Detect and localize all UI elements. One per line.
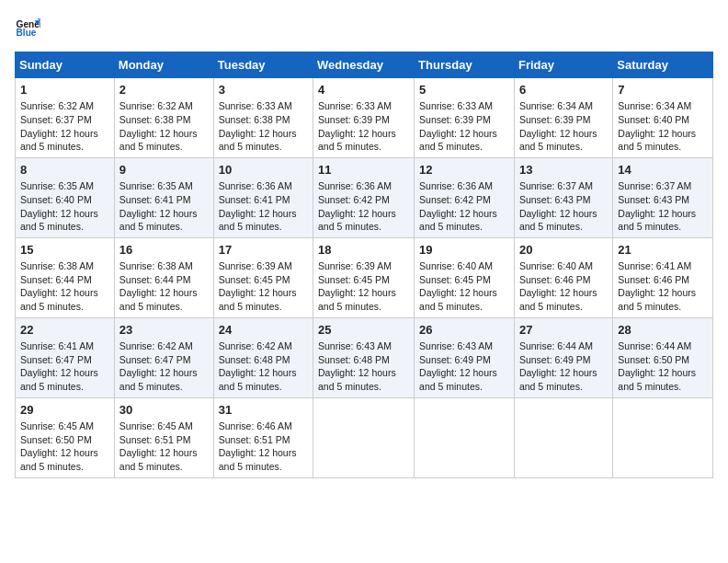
calendar-body: 1Sunrise: 6:32 AMSunset: 6:37 PMDaylight… bbox=[16, 78, 713, 478]
day-info: Sunrise: 6:39 AMSunset: 6:45 PMDaylight:… bbox=[219, 259, 308, 314]
day-info: Sunrise: 6:33 AMSunset: 6:38 PMDaylight:… bbox=[219, 99, 308, 154]
day-number: 18 bbox=[318, 242, 409, 259]
day-number: 5 bbox=[419, 82, 509, 98]
calendar-day-cell: 6Sunrise: 6:34 AMSunset: 6:39 PMDaylight… bbox=[514, 78, 612, 158]
calendar-day-cell: 2Sunrise: 6:32 AMSunset: 6:38 PMDaylight… bbox=[114, 78, 213, 158]
day-info: Sunrise: 6:35 AMSunset: 6:41 PMDaylight:… bbox=[119, 179, 209, 234]
day-number: 9 bbox=[119, 162, 209, 178]
day-info: Sunrise: 6:34 AMSunset: 6:39 PMDaylight:… bbox=[519, 99, 608, 154]
weekday-header-cell: Monday bbox=[114, 52, 213, 78]
day-info: Sunrise: 6:40 AMSunset: 6:46 PMDaylight:… bbox=[519, 259, 608, 314]
day-info: Sunrise: 6:38 AMSunset: 6:44 PMDaylight:… bbox=[20, 259, 109, 314]
calendar-day-cell: 14Sunrise: 6:37 AMSunset: 6:43 PMDayligh… bbox=[613, 157, 713, 237]
calendar-day-cell: 7Sunrise: 6:34 AMSunset: 6:40 PMDaylight… bbox=[613, 78, 713, 158]
day-number: 3 bbox=[219, 82, 308, 98]
day-info: Sunrise: 6:37 AMSunset: 6:43 PMDaylight:… bbox=[519, 179, 608, 234]
day-number: 6 bbox=[519, 82, 608, 98]
day-number: 22 bbox=[20, 322, 109, 339]
calendar-day-cell: 9Sunrise: 6:35 AMSunset: 6:41 PMDaylight… bbox=[114, 157, 213, 237]
calendar-day-cell: 23Sunrise: 6:42 AMSunset: 6:47 PMDayligh… bbox=[114, 317, 213, 397]
calendar-day-cell bbox=[514, 397, 612, 477]
day-number: 8 bbox=[20, 162, 109, 178]
calendar-day-cell: 11Sunrise: 6:36 AMSunset: 6:42 PMDayligh… bbox=[313, 157, 415, 237]
day-number: 29 bbox=[20, 402, 109, 419]
calendar-day-cell: 26Sunrise: 6:43 AMSunset: 6:49 PMDayligh… bbox=[415, 317, 515, 397]
day-number: 14 bbox=[618, 162, 708, 178]
calendar-day-cell: 16Sunrise: 6:38 AMSunset: 6:44 PMDayligh… bbox=[114, 237, 213, 317]
day-number: 25 bbox=[318, 322, 409, 339]
day-info: Sunrise: 6:41 AMSunset: 6:47 PMDaylight:… bbox=[20, 339, 109, 394]
day-number: 7 bbox=[618, 82, 708, 98]
calendar-day-cell bbox=[415, 397, 515, 477]
day-number: 12 bbox=[419, 162, 509, 178]
day-number: 23 bbox=[119, 322, 209, 339]
day-info: Sunrise: 6:36 AMSunset: 6:41 PMDaylight:… bbox=[219, 179, 308, 234]
logo: General Blue bbox=[15, 15, 46, 40]
logo-icon: General Blue bbox=[15, 15, 40, 40]
day-number: 2 bbox=[119, 82, 209, 98]
day-info: Sunrise: 6:43 AMSunset: 6:49 PMDaylight:… bbox=[419, 339, 509, 394]
day-info: Sunrise: 6:45 AMSunset: 6:51 PMDaylight:… bbox=[119, 419, 209, 474]
weekday-header-cell: Friday bbox=[514, 52, 612, 78]
calendar-day-cell bbox=[313, 397, 415, 477]
day-number: 28 bbox=[618, 322, 708, 339]
weekday-header-row: SundayMondayTuesdayWednesdayThursdayFrid… bbox=[16, 52, 713, 78]
day-number: 13 bbox=[519, 162, 608, 178]
calendar-day-cell: 17Sunrise: 6:39 AMSunset: 6:45 PMDayligh… bbox=[213, 237, 313, 317]
calendar-week-row: 15Sunrise: 6:38 AMSunset: 6:44 PMDayligh… bbox=[16, 237, 713, 317]
day-info: Sunrise: 6:44 AMSunset: 6:49 PMDaylight:… bbox=[519, 339, 608, 394]
weekday-header-cell: Tuesday bbox=[213, 52, 313, 78]
calendar-week-row: 1Sunrise: 6:32 AMSunset: 6:37 PMDaylight… bbox=[16, 78, 713, 158]
day-info: Sunrise: 6:45 AMSunset: 6:50 PMDaylight:… bbox=[20, 419, 109, 474]
calendar-day-cell: 19Sunrise: 6:40 AMSunset: 6:45 PMDayligh… bbox=[415, 237, 515, 317]
day-info: Sunrise: 6:32 AMSunset: 6:38 PMDaylight:… bbox=[119, 99, 209, 154]
day-number: 4 bbox=[318, 82, 409, 98]
calendar-day-cell: 29Sunrise: 6:45 AMSunset: 6:50 PMDayligh… bbox=[16, 397, 115, 477]
day-info: Sunrise: 6:36 AMSunset: 6:42 PMDaylight:… bbox=[318, 179, 409, 234]
day-info: Sunrise: 6:38 AMSunset: 6:44 PMDaylight:… bbox=[119, 259, 209, 314]
day-number: 26 bbox=[419, 322, 509, 339]
day-number: 31 bbox=[219, 402, 308, 419]
calendar-week-row: 29Sunrise: 6:45 AMSunset: 6:50 PMDayligh… bbox=[16, 397, 713, 477]
calendar-day-cell: 13Sunrise: 6:37 AMSunset: 6:43 PMDayligh… bbox=[514, 157, 612, 237]
calendar-day-cell: 22Sunrise: 6:41 AMSunset: 6:47 PMDayligh… bbox=[16, 317, 115, 397]
calendar-day-cell: 3Sunrise: 6:33 AMSunset: 6:38 PMDaylight… bbox=[213, 78, 313, 158]
day-info: Sunrise: 6:40 AMSunset: 6:45 PMDaylight:… bbox=[419, 259, 509, 314]
day-info: Sunrise: 6:37 AMSunset: 6:43 PMDaylight:… bbox=[618, 179, 708, 234]
day-number: 30 bbox=[119, 402, 209, 419]
day-info: Sunrise: 6:32 AMSunset: 6:37 PMDaylight:… bbox=[20, 99, 109, 154]
weekday-header-cell: Sunday bbox=[16, 52, 115, 78]
day-info: Sunrise: 6:43 AMSunset: 6:48 PMDaylight:… bbox=[318, 339, 409, 394]
calendar-day-cell: 30Sunrise: 6:45 AMSunset: 6:51 PMDayligh… bbox=[114, 397, 213, 477]
weekday-header-cell: Wednesday bbox=[313, 52, 415, 78]
calendar-day-cell: 4Sunrise: 6:33 AMSunset: 6:39 PMDaylight… bbox=[313, 78, 415, 158]
calendar-day-cell: 20Sunrise: 6:40 AMSunset: 6:46 PMDayligh… bbox=[514, 237, 612, 317]
day-number: 16 bbox=[119, 242, 209, 259]
svg-text:Blue: Blue bbox=[17, 28, 37, 38]
day-number: 15 bbox=[20, 242, 109, 259]
calendar-table: SundayMondayTuesdayWednesdayThursdayFrid… bbox=[15, 52, 713, 478]
day-number: 24 bbox=[219, 322, 308, 339]
calendar-day-cell: 31Sunrise: 6:46 AMSunset: 6:51 PMDayligh… bbox=[213, 397, 313, 477]
weekday-header-cell: Thursday bbox=[415, 52, 515, 78]
day-info: Sunrise: 6:33 AMSunset: 6:39 PMDaylight:… bbox=[419, 99, 509, 154]
weekday-header-cell: Saturday bbox=[613, 52, 713, 78]
day-number: 17 bbox=[219, 242, 308, 259]
day-number: 21 bbox=[618, 242, 708, 259]
calendar-day-cell: 18Sunrise: 6:39 AMSunset: 6:45 PMDayligh… bbox=[313, 237, 415, 317]
day-info: Sunrise: 6:41 AMSunset: 6:46 PMDaylight:… bbox=[618, 259, 708, 314]
day-info: Sunrise: 6:33 AMSunset: 6:39 PMDaylight:… bbox=[318, 99, 409, 154]
calendar-week-row: 22Sunrise: 6:41 AMSunset: 6:47 PMDayligh… bbox=[16, 317, 713, 397]
calendar-day-cell: 5Sunrise: 6:33 AMSunset: 6:39 PMDaylight… bbox=[415, 78, 515, 158]
day-info: Sunrise: 6:42 AMSunset: 6:47 PMDaylight:… bbox=[119, 339, 209, 394]
calendar-day-cell: 21Sunrise: 6:41 AMSunset: 6:46 PMDayligh… bbox=[613, 237, 713, 317]
calendar-day-cell: 27Sunrise: 6:44 AMSunset: 6:49 PMDayligh… bbox=[514, 317, 612, 397]
day-info: Sunrise: 6:35 AMSunset: 6:40 PMDaylight:… bbox=[20, 179, 109, 234]
day-number: 1 bbox=[20, 82, 109, 98]
header: General Blue bbox=[15, 15, 713, 40]
day-number: 20 bbox=[519, 242, 608, 259]
calendar-day-cell: 12Sunrise: 6:36 AMSunset: 6:42 PMDayligh… bbox=[415, 157, 515, 237]
day-info: Sunrise: 6:44 AMSunset: 6:50 PMDaylight:… bbox=[618, 339, 708, 394]
day-info: Sunrise: 6:39 AMSunset: 6:45 PMDaylight:… bbox=[318, 259, 409, 314]
calendar-day-cell bbox=[613, 397, 713, 477]
